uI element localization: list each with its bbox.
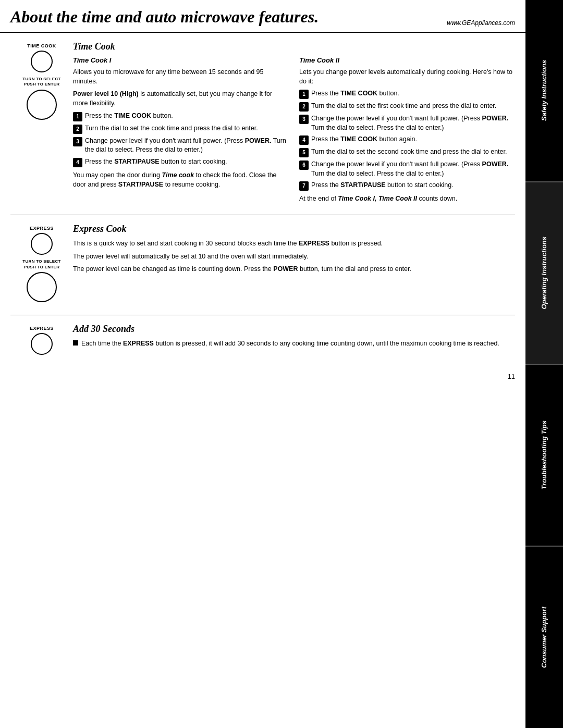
page-number: 11 — [0, 367, 525, 386]
step-item: 3 Change the power level if you don't wa… — [299, 114, 515, 132]
step-item: 4 Press the TIME COOK button again. — [299, 135, 515, 145]
page-header: About the time and auto microwave featur… — [0, 0, 525, 33]
time-cook-section: TIME COOK TURN TO SELECTPUSH TO ENTER Ti… — [10, 33, 515, 215]
add30-text: Each time the EXPRESS button is pressed,… — [81, 339, 499, 348]
time-cook-dial-large — [27, 90, 57, 120]
step-item: 1 Press the TIME COOK button. — [299, 89, 515, 99]
sidebar-label-troubleshooting: Troubleshooting Tips — [540, 421, 548, 489]
time-cook-ii-heading: Time Cook II — [299, 56, 515, 64]
page-title: About the time and auto microwave featur… — [10, 7, 319, 27]
turn-select-label: TURN TO SELECTPUSH TO ENTER — [22, 77, 60, 88]
express-turn-select-label: TURN TO SELECTPUSH TO ENTER — [22, 259, 60, 270]
express-cook-dial-small — [31, 233, 53, 255]
time-cook-i-steps: 1 Press the TIME COOK button. 2 Turn the… — [73, 112, 289, 167]
sidebar-item-troubleshooting[interactable]: Troubleshooting Tips — [525, 365, 563, 547]
express-cook-line2: The power level will automatically be se… — [73, 252, 515, 261]
add30-dial — [31, 333, 53, 355]
time-cook-heading: Time Cook — [73, 41, 515, 52]
time-cook-i-power: Power level 10 (High) is automatically s… — [73, 89, 289, 108]
express-cook-content: Express Cook This is a quick way to set … — [73, 224, 515, 306]
content-area: TIME COOK TURN TO SELECTPUSH TO ENTER Ti… — [0, 33, 525, 367]
sidebar-label-operating: Operating Instructions — [540, 237, 548, 309]
time-cook-i-footer: You may open the door during Time cook t… — [73, 170, 289, 189]
step-item: 7 Press the START/PAUSE button to start … — [299, 181, 515, 191]
time-cook-content: Time Cook Time Cook I Allows you to micr… — [73, 41, 515, 206]
add30-icon-col: EXPRESS — [10, 324, 73, 359]
express-cook-line3: The power level can be changed as time i… — [73, 264, 515, 274]
main-content: About the time and auto microwave featur… — [0, 0, 525, 386]
step-item: 2 Turn the dial to set the cook time and… — [73, 124, 289, 134]
time-cook-icon-col: TIME COOK TURN TO SELECTPUSH TO ENTER — [10, 41, 73, 206]
step-item: 3 Change power level if you don't want f… — [73, 137, 289, 155]
time-cook-col1: Time Cook I Allows you to microwave for … — [73, 56, 289, 206]
step-item: 5 Turn the dial to set the second cook t… — [299, 147, 515, 157]
time-cook-icon-label: TIME COOK — [27, 43, 56, 48]
express-cook-icon-label: EXPRESS — [30, 226, 54, 231]
step-item: 2 Turn the dial to set the first cook ti… — [299, 102, 515, 112]
express-cook-heading: Express Cook — [73, 224, 515, 235]
add30-heading: Add 30 Seconds — [73, 324, 515, 335]
step-item: 4 Press the START/PAUSE button to start … — [73, 157, 289, 167]
add30-section: EXPRESS Add 30 Seconds Each time the EXP… — [10, 315, 515, 367]
sidebar-item-operating[interactable]: Operating Instructions — [525, 182, 563, 365]
add30-content: Add 30 Seconds Each time the EXPRESS but… — [73, 324, 515, 359]
time-cook-ii-footer: At the end of Time Cook I, Time Cook II … — [299, 194, 515, 203]
time-cook-i-intro: Allows you to microwave for any time bet… — [73, 67, 289, 86]
step-item: 1 Press the TIME COOK button. — [73, 112, 289, 121]
time-cook-ii-intro: Lets you change power levels automatical… — [299, 67, 515, 86]
time-cook-two-col: Time Cook I Allows you to microwave for … — [73, 56, 515, 206]
add30-icon-label: EXPRESS — [30, 326, 54, 331]
website-url: www.GEAppliances.com — [447, 19, 515, 27]
sidebar-label-safety: Safety Instructions — [540, 60, 548, 121]
time-cook-col2: Time Cook II Lets you change power level… — [299, 56, 515, 206]
time-cook-ii-steps: 1 Press the TIME COOK button. 2 Turn the… — [299, 89, 515, 191]
express-cook-dial-large — [27, 272, 57, 302]
express-cook-line1: This is a quick way to set and start coo… — [73, 239, 515, 248]
time-cook-i-heading: Time Cook I — [73, 56, 289, 64]
sidebar: Safety Instructions Operating Instructio… — [525, 0, 563, 728]
step-item: 6 Change the power level if you don't wa… — [299, 160, 515, 178]
express-cook-section: EXPRESS TURN TO SELECTPUSH TO ENTER Expr… — [10, 215, 515, 315]
sidebar-item-consumer[interactable]: Consumer Support — [525, 547, 563, 728]
express-cook-icon-col: EXPRESS TURN TO SELECTPUSH TO ENTER — [10, 224, 73, 306]
sidebar-item-safety[interactable]: Safety Instructions — [525, 0, 563, 182]
bullet-square-icon — [73, 340, 78, 346]
sidebar-label-consumer: Consumer Support — [540, 607, 548, 668]
time-cook-dial-small — [31, 51, 53, 72]
add30-bullet: Each time the EXPRESS button is pressed,… — [73, 339, 515, 348]
